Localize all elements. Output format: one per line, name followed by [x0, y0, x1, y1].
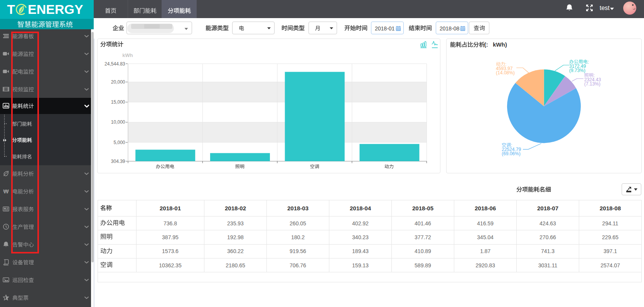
svg-text:W: W: [3, 188, 9, 195]
svg-text:10,000: 10,000: [111, 119, 125, 125]
svg-text:304.39: 304.39: [111, 159, 125, 164]
svg-text:20,000: 20,000: [111, 79, 125, 85]
svg-text:15,000: 15,000: [111, 99, 125, 105]
svg-text:kWh: kWh: [122, 52, 133, 58]
svg-text:5,000: 5,000: [113, 140, 125, 145]
svg-text:24,544.83: 24,544.83: [105, 61, 125, 67]
